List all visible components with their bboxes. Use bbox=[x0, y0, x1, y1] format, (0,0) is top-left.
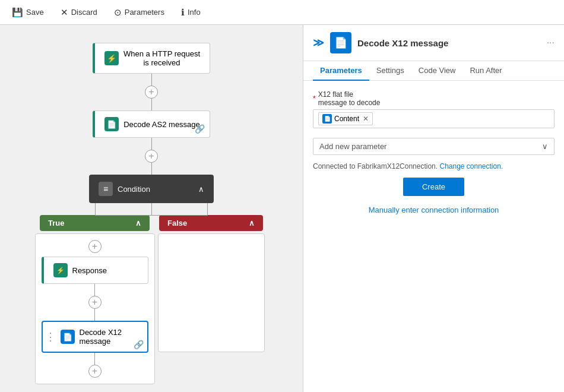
main-area: ⚡ When a HTTP requestis received + 📄 Dec… bbox=[0, 25, 564, 392]
line-r bbox=[94, 284, 95, 296]
chip-icon: 📄 bbox=[322, 114, 332, 124]
add-true-top[interactable]: + bbox=[88, 240, 102, 253]
line-r2 bbox=[94, 309, 95, 321]
panel-collapse-button[interactable]: ≫ bbox=[313, 36, 324, 49]
line-x12b bbox=[94, 353, 95, 365]
add-step-2[interactable]: + bbox=[145, 150, 158, 163]
line-1b bbox=[151, 99, 152, 110]
connector-response: + bbox=[88, 284, 102, 321]
true-branch-container: + ⚡ Response + bbox=[35, 233, 155, 384]
decode-x12-icon: 📄 bbox=[61, 330, 75, 344]
decode-as2-node[interactable]: 📄 Decode AS2 message 🔗 bbox=[93, 110, 210, 138]
line-2 bbox=[151, 138, 152, 150]
panel-node-icon: 📄 bbox=[330, 32, 351, 53]
parameters-label: Parameters bbox=[125, 8, 164, 17]
add-after-response[interactable]: + bbox=[88, 296, 102, 309]
false-branch: False ∧ bbox=[159, 215, 263, 384]
x12-field-label: * X12 flat filemessage to decode bbox=[313, 90, 555, 107]
false-branch-header[interactable]: False ∧ bbox=[159, 215, 263, 231]
trigger-icon: ⚡ bbox=[104, 51, 119, 65]
true-branch: True ∧ + ⚡ Response bbox=[40, 215, 150, 384]
true-chevron: ∧ bbox=[135, 219, 141, 227]
condition-label: Condition bbox=[118, 185, 150, 194]
false-chevron: ∧ bbox=[249, 219, 255, 227]
change-connection-link[interactable]: Change connection. bbox=[439, 162, 503, 170]
center-vline bbox=[151, 203, 152, 215]
parameters-button[interactable]: ⊙ Parameters bbox=[112, 6, 167, 19]
horiz-line bbox=[95, 215, 208, 216]
decode-x12-label: Decode X12 message bbox=[80, 328, 138, 346]
left-vline bbox=[95, 203, 96, 216]
flow-diagram: ⚡ When a HTTP requestis received + 📄 Dec… bbox=[12, 37, 291, 384]
true-branch-header[interactable]: True ∧ bbox=[40, 215, 150, 231]
toolbar: 💾 Save ✕ Discard ⊙ Parameters ℹ Info bbox=[0, 0, 564, 25]
response-label: Response bbox=[72, 266, 107, 275]
tab-code-view[interactable]: Code View bbox=[411, 61, 463, 81]
true-label: True bbox=[48, 219, 64, 227]
false-label: False bbox=[167, 219, 187, 227]
branch-connector bbox=[39, 203, 264, 215]
branches: True ∧ + ⚡ Response bbox=[39, 215, 264, 384]
condition-chevron: ∧ bbox=[198, 185, 204, 194]
parameters-icon: ⊙ bbox=[114, 7, 122, 18]
false-branch-container[interactable] bbox=[158, 233, 265, 352]
tab-parameters[interactable]: Parameters bbox=[313, 61, 369, 81]
field-label-text: X12 flat filemessage to decode bbox=[318, 90, 381, 107]
connector-x12-bottom: + bbox=[88, 353, 102, 378]
panel-body: * X12 flat filemessage to decode 📄 Conte… bbox=[303, 81, 564, 392]
branch-row: True ∧ + ⚡ Response bbox=[40, 215, 263, 384]
chip-close-button[interactable]: ✕ bbox=[363, 115, 369, 123]
add-step-1[interactable]: + bbox=[145, 86, 158, 99]
manual-connection-link[interactable]: Manually enter connection information bbox=[313, 206, 555, 214]
trigger-label: When a HTTP requestis received bbox=[123, 49, 200, 67]
decode-as2-icon: 📄 bbox=[104, 117, 119, 131]
panel-title: Decode X12 message bbox=[357, 38, 448, 48]
x12-field-input[interactable]: 📄 Content ✕ bbox=[313, 109, 555, 128]
content-chip[interactable]: 📄 Content ✕ bbox=[318, 112, 373, 125]
chip-label: Content bbox=[334, 115, 359, 123]
save-button[interactable]: 💾 Save bbox=[9, 6, 46, 19]
line-2b bbox=[151, 163, 152, 175]
condition-node[interactable]: ≡ Condition ∧ bbox=[89, 175, 214, 203]
panel-header: ≫ 📄 Decode X12 message ··· bbox=[303, 25, 564, 61]
trigger-node[interactable]: ⚡ When a HTTP requestis received bbox=[93, 43, 210, 74]
response-icon: ⚡ bbox=[53, 263, 68, 277]
info-icon: ℹ bbox=[181, 7, 185, 18]
decode-x12-dots: ⋮ bbox=[45, 330, 56, 343]
add-after-x12[interactable]: + bbox=[88, 365, 102, 378]
tab-settings[interactable]: Settings bbox=[369, 61, 411, 81]
discard-icon: ✕ bbox=[61, 7, 68, 18]
add-param-label: Add new parameter bbox=[319, 142, 386, 151]
connector-1: + bbox=[145, 74, 158, 110]
decode-x12-link-icon: 🔗 bbox=[134, 340, 144, 349]
condition-area: ≡ Condition ∧ bbox=[39, 175, 264, 384]
discard-label: Discard bbox=[71, 8, 97, 17]
required-asterisk: * bbox=[313, 94, 316, 103]
save-icon: 💾 bbox=[12, 7, 23, 18]
panel-tabs: Parameters Settings Code View Run After bbox=[303, 61, 564, 81]
decode-x12-node[interactable]: ⋮ 📄 Decode X12 message 🔗 bbox=[42, 321, 148, 353]
save-label: Save bbox=[26, 8, 44, 17]
line-1 bbox=[151, 74, 152, 86]
right-vline bbox=[207, 203, 208, 216]
create-button[interactable]: Create bbox=[403, 178, 464, 196]
add-param-dropdown[interactable]: Add new parameter ∨ bbox=[313, 138, 555, 155]
canvas[interactable]: ⚡ When a HTTP requestis received + 📄 Dec… bbox=[0, 25, 303, 392]
discard-button[interactable]: ✕ Discard bbox=[58, 6, 100, 19]
x12-field-group: * X12 flat filemessage to decode 📄 Conte… bbox=[313, 90, 555, 128]
decode-as2-label: Decode AS2 message bbox=[123, 120, 200, 129]
connection-text: Connected to FabrikamX12Connection. Chan… bbox=[313, 162, 555, 170]
condition-icon: ≡ bbox=[99, 182, 113, 196]
info-label: Info bbox=[188, 8, 201, 17]
right-panel: ≫ 📄 Decode X12 message ··· Parameters Se… bbox=[303, 25, 564, 392]
connection-info: Connected to FabrikamX12Connection. bbox=[313, 162, 438, 170]
panel-more-button[interactable]: ··· bbox=[547, 37, 555, 48]
tab-run-after[interactable]: Run After bbox=[462, 61, 509, 81]
connector-2: + bbox=[145, 138, 158, 175]
add-param-chevron: ∨ bbox=[542, 142, 548, 151]
response-node[interactable]: ⚡ Response bbox=[42, 257, 148, 284]
info-button[interactable]: ℹ Info bbox=[179, 6, 203, 19]
decode-as2-link-icon: 🔗 bbox=[195, 124, 205, 134]
